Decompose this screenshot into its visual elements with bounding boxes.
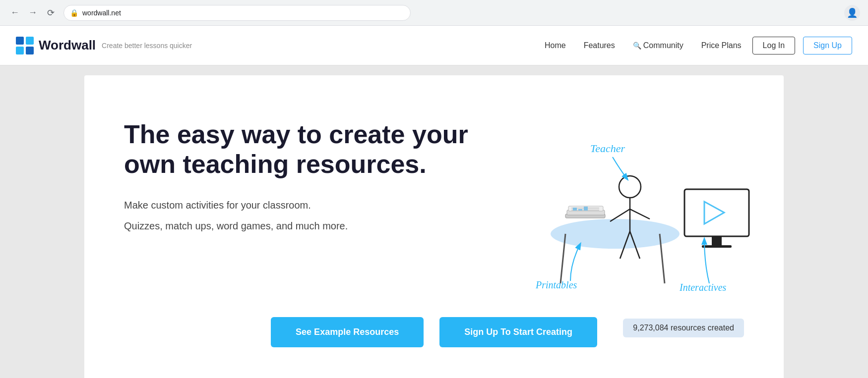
svg-line-18	[630, 209, 650, 219]
browser-chrome: ← → ⟳ 🔒 wordwall.net 👤	[0, 0, 868, 26]
signup-button[interactable]: Sign Up	[803, 37, 852, 54]
navbar: Wordwall Create better lessons quicker H…	[0, 26, 868, 65]
svg-rect-1	[26, 37, 34, 45]
logo-text: Wordwall	[39, 38, 96, 53]
teacher-label: Teacher	[590, 142, 625, 155]
reload-button[interactable]: ⟳	[44, 6, 58, 20]
login-button[interactable]: Log In	[752, 37, 795, 54]
nav-price-plans[interactable]: Price Plans	[694, 37, 748, 54]
browser-nav-buttons: ← → ⟳	[8, 6, 58, 20]
svg-text:Interactives: Interactives	[679, 282, 727, 293]
nav-community[interactable]: 🔍 Community	[626, 37, 690, 54]
hero-body: The easy way to create your own teaching…	[124, 105, 744, 293]
svg-text:Printables: Printables	[535, 279, 577, 290]
url-text: wordwall.net	[82, 9, 121, 17]
hero-sub2: Quizzes, match ups, word games, and much…	[124, 218, 471, 234]
stats-badge: 9,273,084 resources created	[623, 319, 744, 337]
nav-features[interactable]: Features	[577, 37, 622, 54]
sign-up-create-button[interactable]: Sign Up To Start Creating	[439, 317, 597, 347]
see-examples-button[interactable]: See Example Resources	[271, 317, 424, 347]
svg-rect-0	[16, 37, 24, 45]
svg-rect-14	[584, 207, 588, 211]
nav-home[interactable]: Home	[538, 37, 573, 54]
forward-button[interactable]: →	[26, 6, 40, 20]
svg-rect-22	[712, 236, 722, 246]
nav-links: Home Features 🔍 Community Price Plans Lo…	[538, 37, 852, 54]
profile-icon[interactable]: 👤	[844, 5, 860, 21]
teaching-illustration: Teacher Printables Interactives	[516, 105, 754, 293]
tagline: Create better lessons quicker	[102, 42, 192, 50]
hero-card: The easy way to create your own teaching…	[84, 75, 784, 378]
svg-rect-23	[702, 245, 732, 248]
svg-rect-21	[684, 189, 749, 236]
hero-text: The easy way to create your own teaching…	[124, 105, 471, 239]
svg-rect-3	[26, 47, 34, 54]
hero-illustration: Teacher Printables Interactives	[516, 105, 754, 293]
address-bar[interactable]: 🔒 wordwall.net	[63, 5, 411, 21]
logo-area[interactable]: Wordwall	[16, 37, 96, 54]
page-content: The easy way to create your own teaching…	[0, 65, 868, 378]
svg-marker-24	[704, 202, 724, 224]
wordwall-logo-icon	[16, 37, 34, 54]
search-icon: 🔍	[633, 42, 641, 50]
lock-icon: 🔒	[70, 9, 78, 17]
svg-point-15	[619, 176, 641, 198]
hero-heading: The easy way to create your own teaching…	[124, 120, 471, 179]
svg-rect-2	[16, 47, 24, 54]
svg-rect-12	[573, 208, 577, 211]
svg-rect-13	[578, 209, 582, 211]
hero-sub1: Make custom activities for your classroo…	[124, 197, 471, 213]
back-button[interactable]: ←	[8, 6, 22, 20]
